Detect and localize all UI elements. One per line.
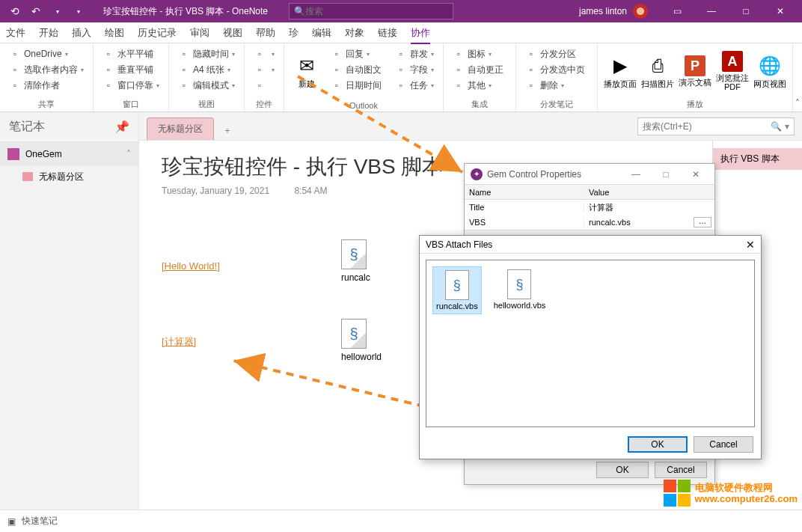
ribbon-item[interactable]: ▫自动图文 xyxy=(328,62,388,77)
menu-珍[interactable]: 珍 xyxy=(289,26,299,40)
window-title: 珍宝按钮控件 - 执行 VBS 脚本 - OneNote xyxy=(103,5,268,18)
file-icon[interactable]: § xyxy=(341,319,367,349)
ribbon-item[interactable]: ▫窗口停靠 xyxy=(100,78,162,93)
close-button[interactable]: ✕ xyxy=(746,239,755,251)
menu-帮助[interactable]: 帮助 xyxy=(256,26,275,40)
back-button[interactable]: ⟲ xyxy=(4,1,25,22)
file-list[interactable]: § runcalc.vbs § helloworld.vbs xyxy=(426,260,755,427)
ribbon-icon: ▫ xyxy=(178,64,190,76)
menu-插入[interactable]: 插入 xyxy=(72,26,91,40)
ribbon-big-item[interactable]: ⎙扫描图片 xyxy=(641,46,674,96)
undo-button[interactable]: ↶ xyxy=(25,1,46,22)
ribbon-item[interactable]: ▫日期时间 xyxy=(328,78,388,93)
menu-审阅[interactable]: 审阅 xyxy=(190,26,209,40)
search-dropdown-icon[interactable]: ▾ xyxy=(785,121,789,132)
ribbon-item[interactable]: ▫ xyxy=(251,78,278,93)
avatar[interactable] xyxy=(633,4,648,19)
quick-access-more[interactable] xyxy=(67,1,88,22)
ribbon-item[interactable]: ▫分发选中页 xyxy=(522,62,591,77)
notebook-item[interactable]: OneGem ˄ xyxy=(0,142,138,166)
ribbon-item[interactable]: ▫删除 xyxy=(522,78,591,93)
close-button[interactable]: ✕ xyxy=(683,169,708,180)
ribbon-item[interactable]: ▫隐藏时间 xyxy=(175,46,238,61)
menu-历史记录[interactable]: 历史记录 xyxy=(138,26,177,40)
ribbon-big-item[interactable]: ▶播放页面 xyxy=(604,46,637,96)
ribbon-group-控件: ▫▫▫控件 xyxy=(245,43,284,111)
tab-section[interactable]: 无标题分区 xyxy=(147,117,214,140)
pin-icon[interactable]: 📌 xyxy=(114,120,129,134)
ribbon-item[interactable]: ▫垂直平铺 xyxy=(100,62,162,77)
logo-icon xyxy=(664,480,691,507)
link-calculator[interactable]: [计算器] xyxy=(162,336,196,347)
file-icon[interactable]: § xyxy=(341,239,367,269)
group-label: 共享 xyxy=(6,99,87,110)
title-search-input[interactable] xyxy=(305,6,448,16)
page-list-item[interactable]: 执行 VBS 脚本 xyxy=(713,148,802,170)
vbs-file-icon: § xyxy=(507,269,531,299)
prop-value[interactable]: 计算器 xyxy=(584,202,618,213)
ribbon-item[interactable]: ▫字段 xyxy=(392,62,437,77)
ribbon-item[interactable]: ▫其他 xyxy=(450,78,509,93)
page-search[interactable]: 🔍 ▾ xyxy=(637,117,795,135)
section-item[interactable]: 无标题分区 xyxy=(0,166,138,187)
cancel-button[interactable]: Cancel xyxy=(694,436,753,453)
minimize-button[interactable]: — xyxy=(694,0,729,22)
menu-对象[interactable]: 对象 xyxy=(345,26,364,40)
minimize-button[interactable]: — xyxy=(623,169,649,180)
browse-button[interactable]: … xyxy=(694,217,711,227)
title-search[interactable]: 🔍 xyxy=(289,3,453,19)
file-item-helloworld[interactable]: § helloworld.vbs xyxy=(491,266,549,313)
ribbon-item[interactable]: ▫A4 纸张 xyxy=(175,62,238,77)
ribbon-item[interactable]: ▫回复 xyxy=(328,46,388,61)
ribbon-item[interactable]: ▫群发 xyxy=(392,46,437,61)
menu-协作[interactable]: 协作 xyxy=(411,26,430,44)
collapse-ribbon-button[interactable]: ˄ xyxy=(793,43,802,111)
gcp-titlebar[interactable]: ✦ Gem Control Properties — □ ✕ xyxy=(465,164,714,185)
maximize-button[interactable]: □ xyxy=(729,0,763,22)
ribbon-group-分发笔记: ▫分发分区▫分发选中页▫删除分发笔记 xyxy=(516,43,598,111)
menu-视图[interactable]: 视图 xyxy=(223,26,242,40)
file-name: runcalc.vbs xyxy=(436,302,478,311)
file-item-runcalc[interactable]: § runcalc.vbs xyxy=(432,266,482,314)
menu-绘图[interactable]: 绘图 xyxy=(105,26,124,40)
ribbon-big-item[interactable]: ✉新建 xyxy=(290,46,323,96)
ribbon-big-icon: ▶ xyxy=(608,54,632,78)
undo-dropdown[interactable] xyxy=(46,1,67,22)
ribbon-big-item[interactable]: P演示文稿 xyxy=(679,46,711,96)
page-search-input[interactable] xyxy=(643,121,768,132)
ribbon-big-item[interactable]: A浏览批注 PDF xyxy=(716,46,749,96)
prop-value[interactable]: runcalc.vbs xyxy=(584,218,635,227)
gcp-title-text: Gem Control Properties xyxy=(487,169,581,180)
menu-编辑[interactable]: 编辑 xyxy=(312,26,331,40)
ribbon-icon: ▫ xyxy=(331,64,343,76)
status-text[interactable]: 快速笔记 xyxy=(22,515,58,528)
pages-icon[interactable]: ▣ xyxy=(7,516,16,527)
cancel-button[interactable]: Cancel xyxy=(655,462,707,478)
ribbon-item[interactable]: ▫自动更正 xyxy=(450,62,509,77)
add-tab-button[interactable]: + xyxy=(218,122,236,140)
ribbon-item[interactable]: ▫任务 xyxy=(392,78,437,93)
link-hello-world[interactable]: [Hello World!] xyxy=(162,260,220,272)
user-name[interactable]: james linton xyxy=(579,6,627,16)
ribbon-item[interactable]: ▫ xyxy=(251,46,278,61)
ok-button[interactable]: OK xyxy=(596,462,649,478)
ribbon-big-item[interactable]: 🌐网页视图 xyxy=(753,46,786,96)
vaf-titlebar[interactable]: VBS Attach Files ✕ xyxy=(420,236,761,254)
menu-链接[interactable]: 链接 xyxy=(378,26,397,40)
ribbon-item[interactable]: ▫ xyxy=(251,62,278,77)
ribbon-item[interactable]: ▫清除作者 xyxy=(6,78,87,93)
group-label: 播放 xyxy=(604,99,786,110)
ribbon-item[interactable]: ▫分发分区 xyxy=(522,46,591,61)
ribbon-item[interactable]: ▫编辑模式 xyxy=(175,78,238,93)
menu-文件[interactable]: 文件 xyxy=(6,26,25,40)
menu-开始[interactable]: 开始 xyxy=(39,26,58,40)
close-button[interactable]: ✕ xyxy=(763,0,798,22)
sidebar: 笔记本 📌 OneGem ˄ 无标题分区 xyxy=(0,112,139,510)
maximize-button[interactable]: □ xyxy=(653,169,679,180)
ok-button[interactable]: OK xyxy=(628,436,688,453)
ribbon-item[interactable]: ▫选取作者内容 xyxy=(6,62,87,77)
ribbon-item[interactable]: ▫图标 xyxy=(450,46,509,61)
ribbon-item[interactable]: ▫水平平铺 xyxy=(100,46,162,61)
ribbon-item[interactable]: ▫OneDrive xyxy=(6,46,87,61)
ribbon-display-button[interactable]: ▭ xyxy=(660,0,694,22)
